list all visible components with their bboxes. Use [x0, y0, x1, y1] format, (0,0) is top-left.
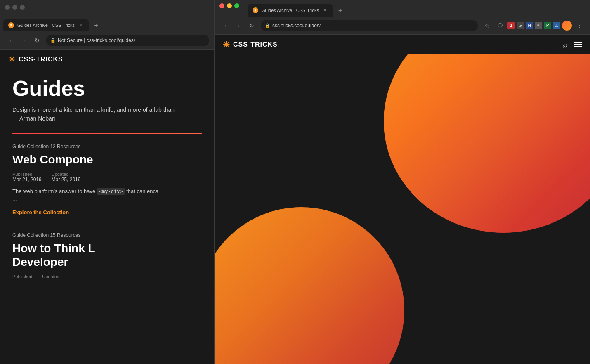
- left-site-header: ✳ CSS-TRICKS: [0, 50, 214, 69]
- left-maximize-control[interactable]: [20, 5, 25, 10]
- guide-2-updated-label: Updated: [42, 274, 59, 279]
- hamburger-line-3: [574, 46, 582, 47]
- left-toolbar: ‹ › ↻ 🔒 Not Secure | css-tricks.cool/gui…: [0, 31, 214, 50]
- svg-text:✳: ✳: [9, 23, 13, 27]
- right-url-text: css-tricks.cool/guides/: [272, 23, 474, 28]
- guide-2-meta: Guide Collection 15 Resources: [12, 232, 202, 238]
- left-lock-icon: 🔒: [50, 38, 55, 43]
- guide-1-excerpt-text2: that can enca: [126, 188, 158, 194]
- ext-icon-6[interactable]: △: [553, 22, 560, 29]
- left-main-content: Guides Design is more of a kitchen than …: [0, 69, 214, 304]
- guide-card-1: Guide Collection 12 Resources Web Compon…: [12, 144, 202, 216]
- left-logo-asterisk: ✳: [8, 54, 15, 64]
- ext-icon-3[interactable]: N: [526, 22, 533, 29]
- left-tab-title: Guides Archive - CSS-Tricks: [17, 23, 75, 28]
- left-tab-favicon: ✳: [8, 22, 14, 28]
- guide-2-updated: Updated: [42, 274, 59, 279]
- right-minimize-control[interactable]: [227, 3, 232, 8]
- right-reader-button[interactable]: ⓘ: [494, 20, 506, 31]
- left-active-tab[interactable]: ✳ Guides Archive - CSS-Tricks ✕: [3, 19, 89, 31]
- left-address-bar[interactable]: 🔒 Not Secure | css-tricks.cool/guides/: [46, 35, 209, 46]
- right-active-tab[interactable]: ✳ Guides Archive - CSS-Tricks ✕: [248, 4, 333, 17]
- guide-1-resources: 12 Resources: [50, 144, 80, 149]
- right-top-bar: ✳ Guides Archive - CSS-Tricks ✕ +: [215, 0, 590, 17]
- hamburger-line-1: [574, 42, 582, 43]
- right-new-tab-button[interactable]: +: [335, 5, 346, 17]
- right-toolbar-actions: ☆ ⓘ 1 G N ≡ P △ ⋮: [481, 20, 585, 31]
- right-more-button[interactable]: ⋮: [573, 20, 585, 31]
- guide-2-collection-label: Guide Collection: [12, 232, 49, 238]
- left-close-control[interactable]: [5, 5, 10, 10]
- guide-1-ellipsis: ...: [12, 196, 17, 202]
- guide-1-published-label: Published: [12, 172, 42, 177]
- guide-1-collection-label: Guide Collection: [12, 144, 49, 149]
- right-refresh-button[interactable]: ↻: [246, 20, 257, 31]
- guide-1-excerpt-text: The web platform's answer to have: [12, 188, 95, 194]
- guides-page-title: Guides: [12, 78, 202, 99]
- right-close-control[interactable]: [219, 3, 224, 8]
- guides-divider: [12, 133, 202, 134]
- left-tab-close-button[interactable]: ✕: [78, 22, 84, 28]
- user-avatar[interactable]: [562, 21, 572, 31]
- right-site-logo: ✳ CSS-TRICKS: [223, 40, 278, 50]
- left-tab-bar: ✳ Guides Archive - CSS-Tricks ✕ +: [0, 15, 214, 31]
- guide-1-updated-label: Updated: [52, 172, 81, 177]
- right-back-button[interactable]: ‹: [219, 20, 231, 31]
- left-url-text: Not Secure | css-tricks.cool/guides/: [58, 38, 205, 43]
- guide-1-explore-link[interactable]: Explore the Collection: [12, 209, 69, 215]
- left-logo-text: CSS-TRICKS: [19, 56, 63, 63]
- right-logo-text: CSS-TRICKS: [233, 41, 278, 48]
- quote-line2: — Arman Nobari: [12, 115, 55, 122]
- decorative-shape-bottom: [215, 207, 404, 364]
- hamburger-line-2: [574, 44, 582, 45]
- right-hamburger-menu[interactable]: [574, 42, 582, 47]
- guide-1-updated: Updated Mar 25, 2019: [52, 172, 81, 182]
- right-star-button[interactable]: ☆: [481, 20, 493, 31]
- guide-1-published: Published Mar 21, 2019: [12, 172, 42, 182]
- right-lock-icon: 🔒: [265, 23, 270, 28]
- ext-icon-5[interactable]: P: [544, 22, 551, 29]
- ext-icon-2[interactable]: G: [517, 22, 524, 29]
- right-window-controls: [219, 3, 239, 8]
- guide-1-title: Web Compone: [12, 153, 202, 167]
- right-search-icon[interactable]: ⌕: [563, 40, 568, 50]
- ext-icon-1[interactable]: 1: [507, 22, 515, 29]
- right-tab-close-button[interactable]: ✕: [322, 7, 328, 13]
- left-back-button[interactable]: ‹: [5, 35, 17, 46]
- guide-2-resources: 15 Resources: [50, 232, 80, 238]
- guide-2-dates: Published Updated: [12, 274, 202, 279]
- left-nav-buttons: ‹ › ↻: [5, 35, 43, 46]
- right-browser-window: ✳ Guides Archive - CSS-Tricks ✕ + ‹ › ↻ …: [215, 0, 590, 364]
- guide-2-published: Published: [12, 274, 32, 279]
- right-site-header: ✳ CSS-TRICKS ⌕: [215, 35, 590, 54]
- right-page-content: ✳ CSS-TRICKS ⌕: [215, 35, 590, 364]
- left-window-controls: [0, 0, 214, 15]
- left-new-tab-button[interactable]: +: [90, 20, 102, 31]
- right-logo-asterisk: ✳: [223, 40, 230, 50]
- right-forward-button[interactable]: ›: [233, 20, 244, 31]
- right-nav-buttons: ‹ › ↻: [219, 20, 257, 31]
- guide-1-updated-date: Mar 25, 2019: [52, 177, 81, 182]
- right-tab-title: Guides Archive - CSS-Tricks: [262, 8, 319, 13]
- right-tab-favicon: ✳: [253, 7, 258, 13]
- guide-2-published-label: Published: [12, 274, 32, 279]
- right-toolbar: ‹ › ↻ 🔒 css-tricks.cool/guides/ ☆ ⓘ 1 G …: [215, 17, 590, 35]
- left-browser-window: ✳ Guides Archive - CSS-Tricks ✕ + ‹ › ↻ …: [0, 0, 215, 364]
- decorative-shape-top: [384, 35, 590, 233]
- svg-text:✳: ✳: [254, 8, 257, 12]
- left-page-content: ✳ CSS-TRICKS Guides Design is more of a …: [0, 50, 214, 364]
- guide-2-title: How to Think L Developer: [12, 241, 202, 269]
- guide-1-meta: Guide Collection 12 Resources: [12, 144, 202, 149]
- quote-line1: Design is more of a kitchen than a knife…: [12, 106, 175, 113]
- right-header-actions: ⌕: [563, 40, 582, 50]
- right-address-bar[interactable]: 🔒 css-tricks.cool/guides/: [261, 20, 478, 31]
- guide-1-code: <my-div>: [97, 188, 125, 195]
- left-refresh-button[interactable]: ↻: [31, 35, 43, 46]
- right-maximize-control[interactable]: [234, 3, 239, 8]
- left-site-logo: ✳ CSS-TRICKS: [8, 54, 63, 64]
- ext-icon-4[interactable]: ≡: [535, 22, 542, 29]
- left-minimize-control[interactable]: [12, 5, 17, 10]
- guide-card-2: Guide Collection 15 Resources How to Thi…: [12, 232, 202, 279]
- guide-1-excerpt: The web platform's answer to have <my-di…: [12, 187, 202, 203]
- left-forward-button[interactable]: ›: [18, 35, 30, 46]
